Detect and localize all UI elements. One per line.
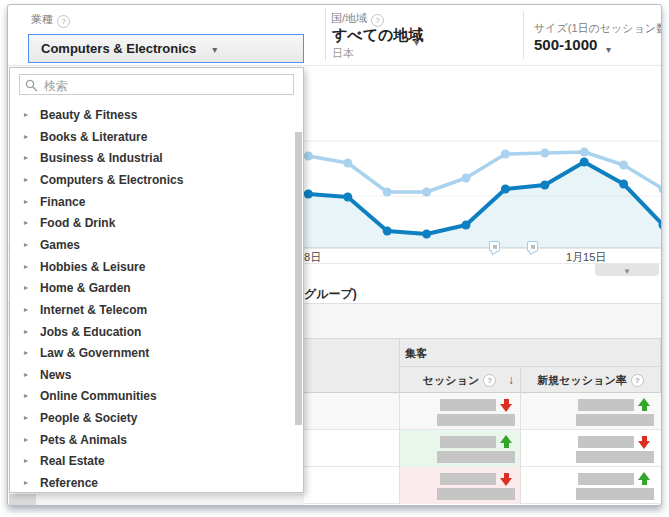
industry-item[interactable]: ▸Jobs & Education xyxy=(10,321,296,343)
sort-desc-icon[interactable]: ↓ xyxy=(508,373,514,387)
sessions-cell xyxy=(399,430,520,467)
industry-item-label: Computers & Electronics xyxy=(40,169,183,191)
expand-arrow-icon: ▸ xyxy=(24,342,28,364)
sessions-cell xyxy=(399,467,520,504)
industry-item[interactable]: ▸Finance xyxy=(10,191,296,213)
industry-item[interactable]: ▸Home & Garden xyxy=(10,277,296,299)
expand-arrow-icon: ▸ xyxy=(24,450,28,472)
size-label: サイズ(1日のセッション数)? xyxy=(534,21,662,37)
region-label: 国/地域? xyxy=(331,11,384,27)
size-selector[interactable]: 500-1000 xyxy=(534,36,597,53)
expand-arrow-icon: ▸ xyxy=(24,191,28,213)
report-panel: 業種? Computers & Electronics▾ 国/地域? すべての地… xyxy=(7,4,662,506)
redacted-value-bar xyxy=(437,488,515,500)
industry-item[interactable]: ▸Games xyxy=(10,234,296,256)
redacted-value-bar xyxy=(440,436,496,448)
expand-arrow-icon: ▸ xyxy=(24,104,28,126)
help-icon[interactable]: ? xyxy=(57,15,70,28)
industry-label: 業種? xyxy=(31,12,70,28)
column-header-new-session-rate[interactable]: 新規セッション率? xyxy=(520,366,661,394)
expand-arrow-icon: ▸ xyxy=(24,407,28,429)
redacted-value-bar xyxy=(578,399,634,411)
trend-down-icon xyxy=(500,398,513,412)
industry-item[interactable]: ▸Law & Government xyxy=(10,342,296,364)
industry-item-label: Home & Garden xyxy=(40,277,131,299)
industry-item[interactable]: ▸Books & Literature xyxy=(10,126,296,148)
trend-up-icon xyxy=(638,472,651,486)
page-bottom-strip xyxy=(9,494,304,505)
industry-item-label: Pets & Animals xyxy=(40,429,127,451)
industry-item[interactable]: ▸Reference xyxy=(10,472,296,494)
annotations-collapse-button[interactable]: ▾ xyxy=(595,264,659,276)
industry-item-label: Beauty & Fitness xyxy=(40,104,137,126)
industry-item-label: Law & Government xyxy=(40,342,149,364)
industry-item[interactable]: ▸Food & Drink xyxy=(10,212,296,234)
header-divider xyxy=(523,11,524,59)
help-icon[interactable]: ? xyxy=(483,374,496,387)
chevron-down-icon[interactable]: ▾ xyxy=(414,37,419,48)
industry-item[interactable]: ▸Online Communities xyxy=(10,385,296,407)
industry-dropdown-panel: ▸Beauty & Fitness▸Books & Literature▸Bus… xyxy=(9,67,304,493)
industry-item[interactable]: ▸Beauty & Fitness xyxy=(10,104,296,126)
expand-arrow-icon: ▸ xyxy=(24,429,28,451)
trend-up-icon xyxy=(500,435,513,449)
trend-up-icon xyxy=(638,398,651,412)
industry-item-label: Hobbies & Leisure xyxy=(40,256,145,278)
industry-item[interactable]: ▸News xyxy=(10,364,296,386)
industry-item-label: News xyxy=(40,364,71,386)
group-header-acquisition: 集客 xyxy=(405,346,427,361)
expand-arrow-icon: ▸ xyxy=(24,385,28,407)
expand-arrow-icon: ▸ xyxy=(24,277,28,299)
scroll-corner xyxy=(9,494,36,505)
search-input[interactable] xyxy=(42,76,286,95)
industry-item-label: People & Society xyxy=(40,407,137,429)
redacted-value-bar xyxy=(576,414,654,426)
industry-item-label: Finance xyxy=(40,191,85,213)
industry-item-label: Books & Literature xyxy=(40,126,147,148)
industry-item[interactable]: ▸Pets & Animals xyxy=(10,429,296,451)
new-session-rate-cell xyxy=(520,393,661,430)
expand-arrow-icon: ▸ xyxy=(24,472,28,494)
industry-item[interactable]: ▸Business & Industrial xyxy=(10,147,296,169)
annotation-bubble-icon[interactable] xyxy=(489,241,500,252)
redacted-value-bar xyxy=(576,451,654,463)
chevron-down-icon: ▾ xyxy=(212,44,217,55)
expand-arrow-icon: ▸ xyxy=(24,169,28,191)
industry-item-label: Jobs & Education xyxy=(40,321,141,343)
sessions-cell xyxy=(399,393,520,430)
industry-item-label: Online Communities xyxy=(40,385,157,407)
expand-arrow-icon: ▸ xyxy=(24,299,28,321)
industry-item-label: Food & Drink xyxy=(40,212,115,234)
industry-item-label: Internet & Telecom xyxy=(40,299,147,321)
primary-dimension-text: グループ) xyxy=(304,286,357,303)
industry-item-label: Reference xyxy=(40,472,98,494)
header-border xyxy=(8,65,662,66)
region-detail: 日本 xyxy=(332,46,354,61)
new-session-rate-cell xyxy=(520,467,661,504)
column-header-sessions[interactable]: セッション? ↓ xyxy=(399,366,520,394)
redacted-value-bar xyxy=(576,488,654,500)
chevron-down-icon: ▾ xyxy=(625,266,630,276)
header-divider xyxy=(325,9,326,61)
region-selector[interactable]: すべての地域 xyxy=(332,26,423,45)
help-icon[interactable]: ? xyxy=(631,374,644,387)
trend-down-icon xyxy=(500,472,513,486)
chevron-down-icon[interactable]: ▾ xyxy=(606,44,611,55)
industry-dropdown-button[interactable]: Computers & Electronics▾ xyxy=(28,34,304,63)
industry-item[interactable]: ▸Computers & Electronics xyxy=(10,169,296,191)
search-box[interactable] xyxy=(19,74,294,95)
industry-item-label: Real Estate xyxy=(40,450,105,472)
expand-arrow-icon: ▸ xyxy=(24,234,28,256)
new-session-rate-cell xyxy=(520,430,661,467)
industry-item[interactable]: ▸People & Society xyxy=(10,407,296,429)
industry-item[interactable]: ▸Real Estate xyxy=(10,450,296,472)
scrollbar-thumb[interactable] xyxy=(295,132,302,425)
industry-item[interactable]: ▸Hobbies & Leisure xyxy=(10,256,296,278)
industry-item-label: Business & Industrial xyxy=(40,147,163,169)
annotation-bubble-icon[interactable] xyxy=(527,241,538,252)
expand-arrow-icon: ▸ xyxy=(24,147,28,169)
expand-arrow-icon: ▸ xyxy=(24,212,28,234)
redacted-value-bar xyxy=(578,436,634,448)
trend-down-icon xyxy=(638,435,651,449)
industry-item[interactable]: ▸Internet & Telecom xyxy=(10,299,296,321)
